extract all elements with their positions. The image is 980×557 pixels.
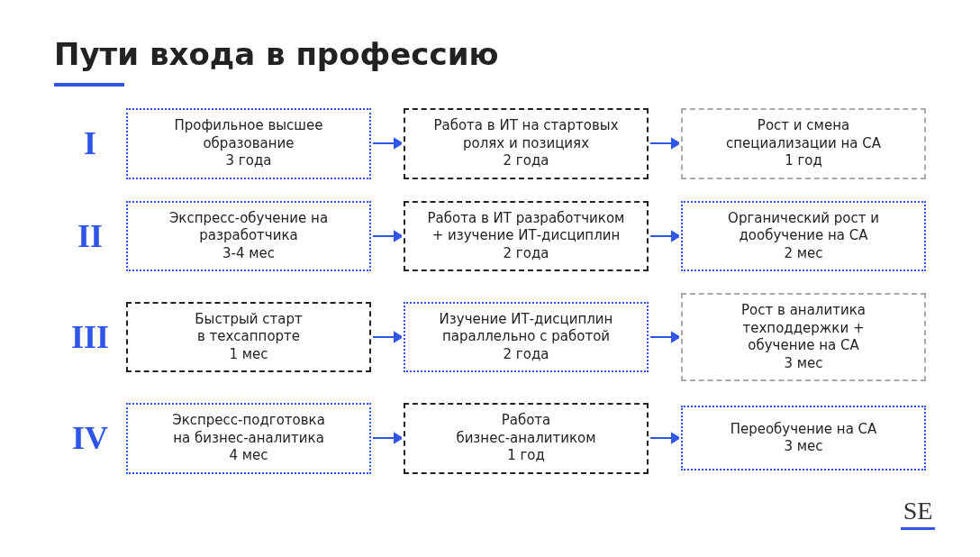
step-line: Переобучение на СА <box>730 421 877 439</box>
path-step: Рост в аналитикатехподдержки +обучение н… <box>681 293 926 381</box>
path-index-roman: III <box>54 318 126 356</box>
step-line: техподдержки + <box>743 320 865 338</box>
path-step: Изучение ИТ-дисциплинпараллельно с работ… <box>404 302 649 373</box>
path-step: Работа в ИТ на стартовыхролях и позициях… <box>404 108 649 179</box>
step-line: специализации на СА <box>726 135 881 153</box>
step-line: Работа <box>502 412 551 430</box>
arrow-right-icon <box>649 137 681 150</box>
step-duration: 2 мес <box>784 245 822 263</box>
step-duration: 2 года <box>504 346 549 364</box>
step-line: Профильное высшее <box>174 117 322 135</box>
path-index-roman: IV <box>54 419 126 457</box>
arrow-right-icon <box>649 432 681 444</box>
path-index-roman: I <box>54 124 126 162</box>
step-duration: 1 год <box>785 152 822 170</box>
step-line: дообучение на СА <box>740 227 868 245</box>
step-duration: 2 года <box>504 152 549 170</box>
step-line: обучение на СА <box>748 337 858 355</box>
path-row: IПрофильное высшееобразование3 годаРабот… <box>54 108 926 179</box>
step-duration: 3-4 мес <box>222 245 275 263</box>
step-line: параллельно с работой <box>442 328 610 346</box>
path-step: Быстрый стартв техсаппорте1 мес <box>126 302 371 373</box>
step-line: Работа в ИТ разработчиком <box>428 210 625 228</box>
path-step: Органический рост идообучение на СА2 мес <box>681 201 926 272</box>
arrow-right-icon <box>649 331 681 343</box>
path-row: IIIБыстрый стартв техсаппорте1 месИзучен… <box>54 293 926 381</box>
step-line: Работа в ИТ на стартовых <box>433 117 618 135</box>
footer-logo-bar <box>901 527 935 530</box>
arrow-right-icon <box>371 432 404 444</box>
step-duration: 3 года <box>226 152 272 170</box>
path-row: IIЭкспресс-обучение наразработчика3-4 ме… <box>54 201 926 272</box>
title-underline <box>54 83 124 87</box>
step-duration: 1 год <box>507 447 545 465</box>
footer-logo-text: SE <box>903 497 933 525</box>
step-line: на бизнес-аналитика <box>173 430 324 448</box>
arrow-right-icon <box>649 230 681 242</box>
step-duration: 3 мес <box>784 355 822 373</box>
step-line: бизнес-аналитиком <box>456 430 595 448</box>
step-line: ролях и позициях <box>463 135 589 153</box>
step-duration: 1 мес <box>229 346 268 364</box>
step-line: Быстрый старт <box>195 311 302 329</box>
step-line: образование <box>203 135 294 153</box>
step-line: Экспресс-обучение на <box>169 210 328 228</box>
step-line: Рост и смена <box>758 117 849 135</box>
path-row: IVЭкспресс-подготовкана бизнес-аналитика… <box>54 403 926 474</box>
step-duration: 4 мес <box>229 447 268 465</box>
step-line: разработчика <box>199 227 297 245</box>
path-step: Работабизнес-аналитиком1 год <box>404 403 649 474</box>
path-step: Профильное высшееобразование3 года <box>126 108 371 179</box>
footer-logo: SE <box>901 497 935 530</box>
paths-container: IПрофильное высшееобразование3 годаРабот… <box>54 108 926 474</box>
path-step: Рост и сменаспециализации на СА1 год <box>681 108 926 179</box>
arrow-right-icon <box>371 137 404 150</box>
path-step: Экспресс-подготовкана бизнес-аналитика4 … <box>126 403 371 474</box>
step-duration: 2 года <box>504 245 549 263</box>
path-step: Работа в ИТ разработчиком+ изучение ИТ-д… <box>404 201 649 272</box>
step-line: + изучение ИТ-дисциплин <box>432 227 621 245</box>
path-step: Переобучение на СА3 мес <box>681 406 926 470</box>
path-step: Экспресс-обучение наразработчика3-4 мес <box>126 201 371 272</box>
arrow-right-icon <box>371 230 404 242</box>
step-line: Экспресс-подготовка <box>172 412 325 430</box>
step-line: Органический рост и <box>728 210 879 228</box>
arrow-right-icon <box>371 331 404 343</box>
step-line: Изучение ИТ-дисциплин <box>440 311 613 329</box>
page-title: Пути входа в профессию <box>54 36 926 72</box>
step-line: Рост в аналитика <box>741 302 866 320</box>
step-duration: 3 мес <box>784 438 822 456</box>
path-index-roman: II <box>54 217 126 255</box>
step-line: в техсаппорте <box>197 328 300 346</box>
